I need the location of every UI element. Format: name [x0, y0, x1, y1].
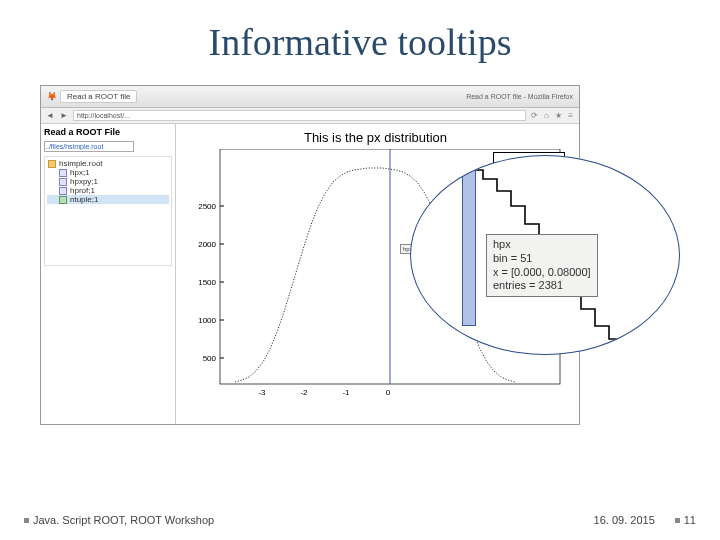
plot-title: This is the px distribution: [180, 130, 571, 145]
tree-item-label: hsimple.root: [59, 159, 103, 168]
folder-icon: [48, 160, 56, 168]
back-icon[interactable]: ◄: [45, 111, 55, 121]
slide-footer: Java. Script ROOT, ROOT Workshop 16. 09.…: [0, 514, 720, 526]
tooltip-entries: entries = 2381: [493, 279, 591, 293]
bullet-icon: [24, 518, 29, 523]
tree-item-label: hpxpy;1: [70, 177, 98, 186]
svg-text:2000: 2000: [198, 240, 216, 249]
tree-item-label: ntuple;1: [70, 195, 98, 204]
zoom-callout: hpx bin = 51 x = [0.000, 0.08000] entrie…: [410, 155, 680, 355]
svg-text:-1: -1: [342, 388, 350, 397]
tree-item[interactable]: hprof;1: [47, 186, 169, 195]
reload-icon[interactable]: ⟳: [530, 111, 539, 120]
file-path-input[interactable]: [44, 141, 134, 152]
svg-text:2500: 2500: [198, 202, 216, 211]
slide-title: Informative tooltips: [0, 0, 720, 64]
tree-item-label: hprof;1: [70, 186, 95, 195]
sidebar: Read a ROOT File hsimple.root hpx;1: [41, 124, 176, 424]
browser-title-bar: 🦊 Read a ROOT file Read a ROOT file - Mo…: [41, 86, 579, 108]
tooltip-bin: bin = 51: [493, 252, 591, 266]
highlighted-bin: [462, 156, 476, 326]
hist-icon: [59, 187, 67, 195]
footer-left: Java. Script ROOT, ROOT Workshop: [33, 514, 214, 526]
svg-text:0: 0: [386, 388, 391, 397]
url-input[interactable]: [73, 110, 526, 121]
browser-toolbar: ◄ ► ⟳ ⌂ ★ ≡: [41, 108, 579, 124]
window-title: Read a ROOT file - Mozilla Firefox: [466, 93, 573, 100]
browser-tab[interactable]: Read a ROOT file: [60, 90, 137, 103]
svg-text:500: 500: [203, 354, 217, 363]
footer-date: 16. 09. 2015: [594, 514, 655, 526]
tree-item[interactable]: ntuple;1: [47, 195, 169, 204]
svg-text:-3: -3: [258, 388, 266, 397]
svg-text:1000: 1000: [198, 316, 216, 325]
tree-item-label: hpx;1: [70, 168, 90, 177]
forward-icon[interactable]: ►: [59, 111, 69, 121]
sidebar-title: Read a ROOT File: [44, 127, 172, 137]
bookmark-icon[interactable]: ★: [554, 111, 563, 120]
tooltip-name: hpx: [493, 238, 591, 252]
home-icon[interactable]: ⌂: [542, 111, 551, 120]
file-tree: hsimple.root hpx;1 hpxpy;1 hprof;1: [44, 156, 172, 266]
tree-item[interactable]: hpxpy;1: [47, 177, 169, 186]
svg-text:-2: -2: [300, 388, 308, 397]
hist-icon: [59, 178, 67, 186]
tooltip-x: x = [0.000, 0.08000]: [493, 266, 591, 280]
footer-page: 11: [684, 514, 696, 526]
ntuple-icon: [59, 196, 67, 204]
tree-root[interactable]: hsimple.root: [47, 159, 169, 168]
hist-icon: [59, 169, 67, 177]
firefox-icon: 🦊: [47, 92, 56, 101]
menu-icon[interactable]: ≡: [566, 111, 575, 120]
zoom-tooltip: hpx bin = 51 x = [0.000, 0.08000] entrie…: [486, 234, 598, 297]
svg-text:1500: 1500: [198, 278, 216, 287]
bullet-icon: [675, 518, 680, 523]
tree-item[interactable]: hpx;1: [47, 168, 169, 177]
